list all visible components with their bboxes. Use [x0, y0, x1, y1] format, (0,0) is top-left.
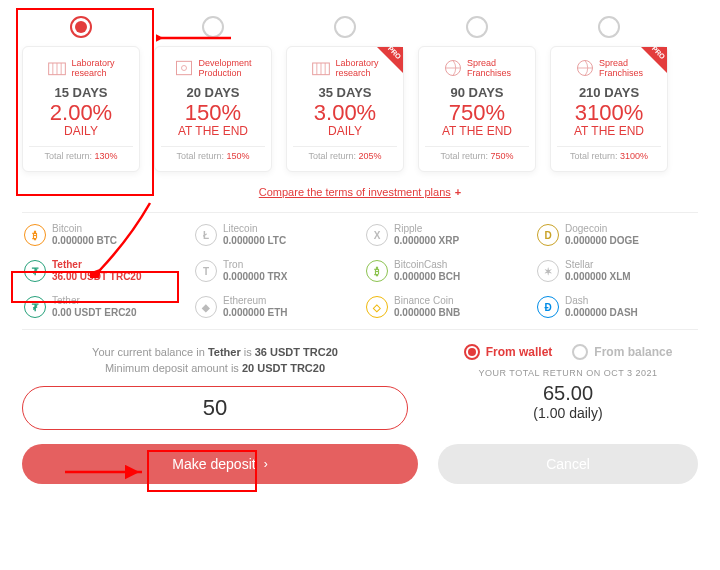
- source-from-wallet[interactable]: From wallet: [464, 344, 553, 360]
- return-daily: (1.00 daily): [438, 405, 698, 421]
- deposit-amount-input[interactable]: [155, 395, 275, 421]
- plan-card-1[interactable]: DevelopmentProduction20 DAYS150%AT THE E…: [154, 46, 272, 172]
- plan-card-0[interactable]: Laboratoryresearch15 DAYS2.00%DAILYTotal…: [22, 46, 140, 172]
- plan-total: Total return: 150%: [161, 151, 265, 161]
- plan-rate: 2.00%: [29, 100, 133, 126]
- plan-dot-0[interactable]: [70, 16, 92, 38]
- currency-tether-4[interactable]: ₮Tether36.00 USDT TRC20: [22, 255, 185, 287]
- return-total: 65.00: [438, 382, 698, 405]
- return-label: YOUR TOTAL RETURN ON OCT 3 2021: [438, 368, 698, 378]
- currency-icon: ✶: [537, 260, 559, 282]
- currency-name: BitcoinCash: [394, 259, 460, 271]
- plan-total: Total return: 750%: [425, 151, 529, 161]
- spread-icon: [575, 58, 595, 78]
- dev-icon: [174, 58, 194, 78]
- radio-icon: [464, 344, 480, 360]
- currency-grid: ₿Bitcoin0.000000 BTCŁLitecoin0.000000 LT…: [22, 219, 698, 323]
- plan-dot-4[interactable]: [598, 16, 620, 38]
- currency-balance: 0.000000 DASH: [565, 307, 638, 319]
- lab-icon: [47, 58, 67, 78]
- currency-stellar-7[interactable]: ✶Stellar0.000000 XLM: [535, 255, 698, 287]
- currency-balance: 0.000000 BCH: [394, 271, 460, 283]
- currency-icon: D: [537, 224, 559, 246]
- currency-name: Bitcoin: [52, 223, 117, 235]
- currency-bitcoincash-6[interactable]: ₿BitcoinCash0.000000 BCH: [364, 255, 527, 287]
- make-deposit-button[interactable]: Make deposit›: [22, 444, 418, 484]
- plan-days: 210 DAYS: [557, 85, 661, 100]
- plan-card-row: Laboratoryresearch15 DAYS2.00%DAILYTotal…: [22, 46, 698, 172]
- currency-name: Tether: [52, 259, 141, 271]
- currency-name: Ripple: [394, 223, 459, 235]
- currency-icon: ₿: [24, 224, 46, 246]
- spread-icon: [443, 58, 463, 78]
- currency-name: Litecoin: [223, 223, 286, 235]
- currency-balance: 0.00 USDT ERC20: [52, 307, 136, 319]
- pro-badge: PRO: [377, 47, 403, 73]
- plan-total: Total return: 3100%: [557, 151, 661, 161]
- plan-days: 90 DAYS: [425, 85, 529, 100]
- source-label: From wallet: [486, 345, 553, 359]
- plan-mode: DAILY: [29, 124, 133, 138]
- currency-balance: 0.000000 XRP: [394, 235, 459, 247]
- currency-balance: 0.000000 XLM: [565, 271, 631, 283]
- currency-balance: 36.00 USDT TRC20: [52, 271, 141, 283]
- currency-icon: X: [366, 224, 388, 246]
- pro-badge: PRO: [641, 47, 667, 73]
- plus-icon: +: [455, 186, 461, 198]
- plan-mode: AT THE END: [425, 124, 529, 138]
- currency-tron-5[interactable]: TTron0.000000 TRX: [193, 255, 356, 287]
- currency-tether-8[interactable]: ₮Tether0.00 USDT ERC20: [22, 291, 185, 323]
- lab-icon: [311, 58, 331, 78]
- plan-card-3[interactable]: SpreadFranchises90 DAYS750%AT THE ENDTot…: [418, 46, 536, 172]
- currency-icon: ◇: [366, 296, 388, 318]
- currency-icon: Đ: [537, 296, 559, 318]
- source-from-balance[interactable]: From balance: [572, 344, 672, 360]
- plan-card-4[interactable]: PROSpreadFranchises210 DAYS3100%AT THE E…: [550, 46, 668, 172]
- currency-name: Tron: [223, 259, 288, 271]
- plan-card-2[interactable]: PROLaboratoryresearch35 DAYS3.00%DAILYTo…: [286, 46, 404, 172]
- plan-title: Laboratoryresearch: [71, 58, 114, 78]
- svg-point-5: [182, 66, 187, 71]
- currency-dash-11[interactable]: ĐDash0.000000 DASH: [535, 291, 698, 323]
- currency-icon: ◆: [195, 296, 217, 318]
- currency-ethereum-9[interactable]: ◆Ethereum0.000000 ETH: [193, 291, 356, 323]
- cancel-button[interactable]: Cancel: [438, 444, 698, 484]
- currency-balance: 0.000000 TRX: [223, 271, 288, 283]
- plan-mode: AT THE END: [557, 124, 661, 138]
- plan-title: SpreadFranchises: [467, 58, 511, 78]
- currency-icon: T: [195, 260, 217, 282]
- plan-total: Total return: 205%: [293, 151, 397, 161]
- currency-balance: 0.000000 LTC: [223, 235, 286, 247]
- plan-rate: 3100%: [557, 100, 661, 126]
- currency-name: Binance Coin: [394, 295, 460, 307]
- plan-dot-2[interactable]: [334, 16, 356, 38]
- currency-icon: ₮: [24, 296, 46, 318]
- currency-litecoin-1[interactable]: ŁLitecoin0.000000 LTC: [193, 219, 356, 251]
- currency-icon: ₿: [366, 260, 388, 282]
- plan-days: 15 DAYS: [29, 85, 133, 100]
- currency-balance: 0.000000 BTC: [52, 235, 117, 247]
- plan-days: 20 DAYS: [161, 85, 265, 100]
- compare-plans-link[interactable]: Compare the terms of investment plans: [259, 186, 451, 198]
- balance-info: Your current balance in Tether is 36 USD…: [22, 344, 408, 376]
- plan-rate: 750%: [425, 100, 529, 126]
- plan-rate: 150%: [161, 100, 265, 126]
- currency-name: Stellar: [565, 259, 631, 271]
- currency-balance: 0.000000 ETH: [223, 307, 288, 319]
- plan-title: DevelopmentProduction: [198, 58, 251, 78]
- currency-binance-coin-10[interactable]: ◇Binance Coin0.000000 BNB: [364, 291, 527, 323]
- amount-input-wrap: [22, 386, 408, 430]
- compare-plans-row: Compare the terms of investment plans+: [22, 186, 698, 198]
- currency-dogecoin-3[interactable]: DDogecoin0.000000 DOGE: [535, 219, 698, 251]
- plan-rate: 3.00%: [293, 100, 397, 126]
- currency-name: Dash: [565, 295, 638, 307]
- currency-ripple-2[interactable]: XRipple0.000000 XRP: [364, 219, 527, 251]
- currency-icon: ₮: [24, 260, 46, 282]
- currency-balance: 0.000000 DOGE: [565, 235, 639, 247]
- plan-dot-1[interactable]: [202, 16, 224, 38]
- currency-icon: Ł: [195, 224, 217, 246]
- plan-dot-3[interactable]: [466, 16, 488, 38]
- currency-name: Ethereum: [223, 295, 288, 307]
- plan-select-dots: [22, 16, 698, 38]
- currency-bitcoin-0[interactable]: ₿Bitcoin0.000000 BTC: [22, 219, 185, 251]
